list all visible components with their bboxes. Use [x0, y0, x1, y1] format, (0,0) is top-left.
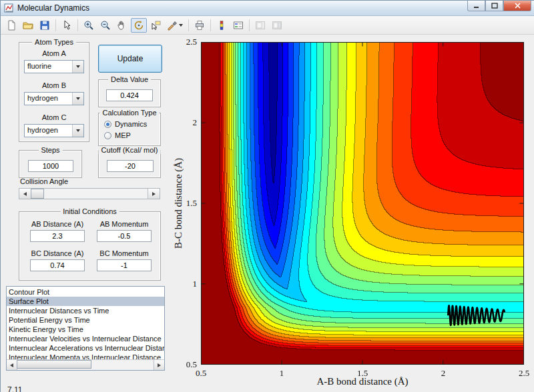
- colorbar-icon: [216, 20, 227, 31]
- toolbar-separator: [210, 19, 211, 31]
- dynamics-radio-label[interactable]: Dynamics: [115, 120, 147, 128]
- calculation-type-panel-title: Calculation Type: [99, 109, 159, 117]
- x-tick-label: 2: [430, 368, 457, 379]
- zoom-out-button[interactable]: [97, 18, 113, 33]
- status-text: 7.11: [7, 385, 22, 392]
- show-plot-tools-button[interactable]: [269, 18, 285, 33]
- title-bar[interactable]: Molecular Dynamics: [1, 1, 534, 16]
- zoom-out-icon: [100, 20, 111, 31]
- ab-momentum-field[interactable]: [97, 230, 152, 242]
- initial-conditions-panel-title: Initial Conditions: [60, 207, 119, 215]
- steps-panel-title: Steps: [38, 146, 62, 154]
- atom-types-panel: Atom Types Atom AfluorineAtom BhydrogenA…: [19, 42, 89, 142]
- hscroll-thumb[interactable]: [17, 360, 91, 369]
- bc-momentum-label: BC Momentum: [94, 249, 154, 257]
- save-icon: [39, 20, 50, 31]
- atom-a-dropdown[interactable]: fluorine: [24, 60, 84, 73]
- y-tick-label: 2.5: [170, 37, 197, 47]
- right-arrow-icon: [152, 192, 156, 196]
- list-item[interactable]: Internuclear Distances vs Time: [7, 306, 164, 315]
- atom-b-dropdown-value: hydrogen: [27, 94, 58, 102]
- listbox-horizontal-scrollbar[interactable]: [7, 359, 164, 370]
- atom-c-dropdown[interactable]: hydrogen: [24, 124, 84, 137]
- minimize-icon: [473, 3, 480, 9]
- y-tick-label: 1: [170, 279, 197, 289]
- zoom-in-icon: [83, 20, 94, 31]
- printer-icon: [194, 20, 205, 31]
- bc-momentum-field[interactable]: [97, 259, 152, 271]
- plot-type-list: Contour PlotSurface PlotInternuclear Dis…: [7, 287, 164, 361]
- chevron-down-icon[interactable]: [72, 125, 83, 137]
- edit-plot-button[interactable]: [59, 18, 75, 33]
- cutoff-field[interactable]: [107, 160, 154, 172]
- mep-radio-button[interactable]: [104, 132, 111, 139]
- left-arrow-icon: [23, 192, 27, 196]
- steps-field[interactable]: [28, 160, 73, 172]
- rotate-3d-icon: [134, 20, 144, 31]
- new-figure-button[interactable]: [3, 18, 19, 33]
- brush-dropdown-arrow-icon[interactable]: [179, 24, 183, 27]
- ab-distance-label: AB Distance (A): [27, 220, 87, 228]
- maximize-button[interactable]: [485, 1, 503, 11]
- list-item[interactable]: Kinetic Energy vs Time: [7, 325, 164, 334]
- list-item[interactable]: Internuclear Velocities vs Internuclear …: [7, 334, 164, 343]
- insert-legend-button[interactable]: [230, 18, 246, 33]
- data-cursor-icon: [150, 20, 161, 31]
- hide-plot-tools-icon: [255, 20, 266, 31]
- list-item[interactable]: Potential Energy vs Time: [7, 315, 164, 325]
- open-file-button[interactable]: [20, 18, 36, 33]
- atom-types-panel-title: Atom Types: [32, 38, 76, 46]
- legend-icon: [233, 20, 244, 31]
- minimize-button[interactable]: [467, 1, 485, 11]
- hscroll-right-arrow-button[interactable]: [154, 360, 164, 370]
- toolbar-separator: [55, 19, 56, 31]
- save-figure-button[interactable]: [37, 18, 53, 33]
- slider-left-arrow-button[interactable]: [19, 189, 31, 199]
- toolbar-separator: [249, 19, 250, 31]
- contour-plot-canvas[interactable]: [201, 42, 524, 365]
- zoom-in-button[interactable]: [81, 18, 97, 33]
- show-plot-tools-icon: [272, 20, 282, 31]
- bc-distance-field[interactable]: [30, 259, 85, 271]
- open-folder-icon: [23, 20, 33, 31]
- update-button[interactable]: Update: [98, 45, 162, 73]
- atom-a-label: Atom A: [19, 49, 89, 57]
- delta-value-field[interactable]: [106, 89, 153, 101]
- plot-type-listbox[interactable]: Contour PlotSurface PlotInternuclear Dis…: [6, 286, 165, 371]
- collision-angle-label: Collision Angle: [20, 177, 68, 185]
- list-item[interactable]: Surface Plot: [7, 297, 164, 306]
- brush-icon: [167, 20, 178, 31]
- hide-plot-tools-button[interactable]: [252, 18, 268, 33]
- dynamics-radio-button[interactable]: [104, 121, 111, 128]
- slider-thumb[interactable]: [31, 189, 44, 199]
- close-button[interactable]: [503, 1, 531, 11]
- atom-b-dropdown[interactable]: hydrogen: [24, 92, 84, 105]
- list-item[interactable]: Contour Plot: [7, 287, 164, 297]
- edit-plot-arrow-icon: [61, 20, 72, 31]
- pan-button[interactable]: [114, 18, 130, 33]
- list-item[interactable]: Internuclear Accelerations vs Internucle…: [7, 343, 164, 353]
- mep-radio-label[interactable]: MEP: [115, 131, 131, 139]
- brush-button[interactable]: [164, 18, 186, 33]
- toolbar: [1, 16, 534, 35]
- chevron-down-icon[interactable]: [72, 61, 83, 73]
- rotate-3d-button[interactable]: [131, 18, 147, 33]
- delta-value-panel: Delta Value: [98, 79, 161, 107]
- atom-c-dropdown-value: hydrogen: [27, 126, 58, 134]
- steps-panel: Steps: [19, 150, 82, 178]
- bc-distance-label: BC Distance (A): [27, 249, 87, 257]
- slider-right-arrow-button[interactable]: [148, 189, 160, 199]
- cutoff-panel: Cutoff (Kcal/ mol): [98, 150, 161, 178]
- cutoff-panel-title: Cutoff (Kcal/ mol): [99, 146, 161, 154]
- ab-distance-field[interactable]: [30, 230, 85, 242]
- insert-colorbar-button[interactable]: [214, 18, 230, 33]
- initial-conditions-panel: Initial Conditions AB Distance (A)AB Mom…: [19, 211, 161, 281]
- left-arrow-icon: [10, 363, 13, 367]
- collision-angle-slider[interactable]: [19, 188, 160, 199]
- hscroll-left-arrow-button[interactable]: [7, 360, 17, 370]
- delta-value-panel-title: Delta Value: [108, 75, 151, 83]
- maximize-icon: [491, 3, 498, 9]
- print-button[interactable]: [192, 18, 208, 33]
- data-cursor-button[interactable]: [148, 18, 164, 33]
- chevron-down-icon[interactable]: [72, 93, 83, 105]
